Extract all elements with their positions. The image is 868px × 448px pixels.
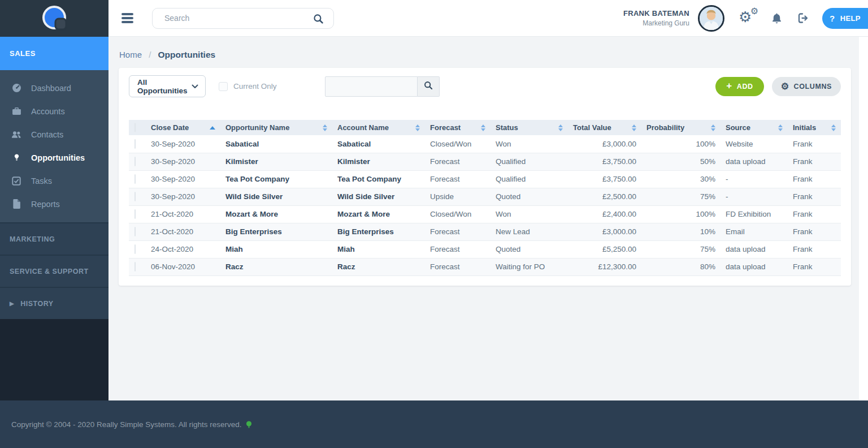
breadcrumb-home-link[interactable]: Home — [119, 50, 142, 59]
brand-logo[interactable] — [40, 3, 68, 34]
column-label: Close Date — [151, 123, 189, 132]
table-search-button[interactable] — [418, 76, 440, 97]
sidebar-item-label: Tasks — [31, 176, 52, 186]
cell-forecast: Forecast — [425, 170, 491, 188]
global-search-input[interactable] — [153, 8, 333, 28]
sidebar-item-reports[interactable]: Reports — [0, 192, 108, 216]
cell-probability: 80% — [641, 258, 721, 275]
view-filter-select[interactable]: All Opportunities — [129, 75, 206, 97]
row-checkbox[interactable] — [134, 139, 136, 149]
settings-cogs-icon[interactable]: ⚙⚙ — [739, 8, 758, 28]
search-icon — [424, 81, 433, 92]
sidebar-item-dashboard[interactable]: Dashboard — [0, 76, 108, 100]
column-header-forecast[interactable]: Forecast — [425, 120, 491, 135]
cell-total_value: £2,400.00 — [568, 205, 641, 223]
row-checkbox[interactable] — [134, 244, 136, 254]
cell-close_date: 30-Sep-2020 — [146, 153, 220, 170]
row-checkbox[interactable] — [134, 157, 136, 166]
current-only-checkbox[interactable] — [219, 82, 228, 91]
row-checkbox[interactable] — [134, 262, 136, 272]
table-row[interactable]: 30-Sep-2020Wild Side SilverWild Side Sil… — [129, 188, 841, 205]
cell-close_date: 24-Oct-2020 — [146, 240, 220, 258]
select-all-checkbox[interactable] — [134, 123, 136, 132]
cell-account_name: Sabatical — [332, 135, 425, 153]
table-row[interactable]: 30-Sep-2020SabaticalSabaticalClosed/WonW… — [129, 135, 841, 153]
table-header-row: Close DateOpportunity NameAccount NameFo… — [129, 120, 841, 135]
add-button[interactable]: + ADD — [715, 77, 763, 96]
cell-close_date: 06-Nov-2020 — [146, 258, 220, 275]
cell-total_value: £12,300.00 — [568, 258, 641, 275]
sort-both-icon — [481, 124, 485, 131]
sidebar-item-tasks[interactable]: Tasks — [0, 169, 108, 192]
column-label: Opportunity Name — [225, 123, 289, 132]
global-search — [152, 8, 334, 29]
caret-right-icon: ▶ — [10, 300, 14, 307]
cell-status: Quoted — [491, 240, 568, 258]
row-checkbox[interactable] — [134, 209, 136, 219]
column-header-status[interactable]: Status — [491, 120, 568, 135]
sidebar-item-contacts[interactable]: Contacts — [0, 123, 108, 146]
help-question-icon: ? — [830, 14, 835, 23]
cell-status: Qualified — [491, 170, 568, 188]
chevron-down-icon — [192, 82, 198, 91]
user-meta: FRANK BATEMAN Marketing Guru — [623, 9, 689, 27]
cell-status: Waiting for PO — [491, 258, 568, 275]
column-header-probability[interactable]: Probability — [641, 120, 721, 135]
cell-total_value: £3,000.00 — [568, 223, 641, 240]
sidebar-item-accounts[interactable]: Accounts — [0, 100, 108, 123]
sort-both-icon — [415, 124, 420, 131]
cell-opportunity_name: Racz — [220, 258, 332, 275]
column-header-account_name[interactable]: Account Name — [332, 120, 425, 135]
column-header-close_date[interactable]: Close Date — [146, 120, 220, 135]
row-checkbox[interactable] — [134, 192, 136, 201]
notifications-bell-icon[interactable] — [770, 12, 783, 25]
scrollbar-track[interactable] — [859, 37, 868, 400]
table-row[interactable]: 21-Oct-2020Mozart & MoreMozart & MoreClo… — [129, 205, 841, 223]
table-row[interactable]: 21-Oct-2020Big EnterprisesBig Enterprise… — [129, 223, 841, 240]
column-header-opportunity_name[interactable]: Opportunity Name — [220, 120, 332, 135]
row-checkbox[interactable] — [134, 227, 136, 236]
sort-both-icon — [632, 124, 636, 131]
column-label: Forecast — [430, 123, 461, 132]
sort-both-icon — [323, 124, 327, 131]
plus-icon: + — [726, 81, 732, 91]
column-header-source[interactable]: Source — [721, 120, 788, 135]
columns-button[interactable]: ⚙ COLUMNS — [772, 77, 841, 96]
sidebar-item-label: Dashboard — [31, 84, 71, 93]
cell-forecast: Upside — [425, 188, 491, 205]
table-search-input[interactable] — [325, 76, 418, 97]
cell-close_date: 30-Sep-2020 — [146, 188, 220, 205]
table-row[interactable]: 30-Sep-2020KilmisterKilmisterForecastQua… — [129, 153, 841, 170]
hamburger-menu-icon[interactable] — [121, 11, 133, 25]
cell-account_name: Mozart & More — [332, 205, 425, 223]
sidebar-section-service-support[interactable]: SERVICE & SUPPORT — [0, 255, 108, 287]
sidebar-section-history[interactable]: ▶HISTORY — [0, 287, 108, 319]
table-row[interactable]: 24-Oct-2020MiahMiahForecastQuoted£5,250.… — [129, 240, 841, 258]
cell-source: data upload — [721, 153, 788, 170]
cell-source: data upload — [721, 240, 788, 258]
footer: Copyright © 2004 - 2020 Really Simple Sy… — [0, 400, 868, 448]
sidebar-item-opportunities[interactable]: Opportunities — [0, 146, 108, 169]
avatar[interactable] — [698, 5, 724, 32]
row-checkbox[interactable] — [134, 174, 136, 184]
cell-account_name: Miah — [332, 240, 425, 258]
column-header-total_value[interactable]: Total Value — [568, 120, 641, 135]
table-row[interactable]: 06-Nov-2020RaczRaczForecastWaiting for P… — [129, 258, 841, 275]
cell-initials: Frank — [788, 135, 841, 153]
search-icon[interactable] — [313, 14, 324, 27]
sidebar-section-marketing[interactable]: MARKETING — [0, 222, 108, 255]
cell-account_name: Tea Pot Company — [332, 170, 425, 188]
column-label: Initials — [793, 123, 816, 132]
cell-account_name: Racz — [332, 258, 425, 275]
main-content: Home / Opportunities All Opportunities C… — [108, 37, 868, 400]
sidebar-item-label: Reports — [31, 200, 60, 209]
column-header-initials[interactable]: Initials — [788, 120, 841, 135]
footer-tree-icon — [245, 421, 253, 428]
help-button[interactable]: ? HELP — [822, 8, 868, 29]
cell-status: Won — [491, 205, 568, 223]
contacts-icon — [10, 130, 23, 139]
table-row[interactable]: 30-Sep-2020Tea Pot CompanyTea Pot Compan… — [129, 170, 841, 188]
sidebar-module-sales[interactable]: SALES — [0, 37, 108, 70]
sort-both-icon — [711, 124, 715, 131]
sign-out-icon[interactable] — [797, 11, 810, 25]
